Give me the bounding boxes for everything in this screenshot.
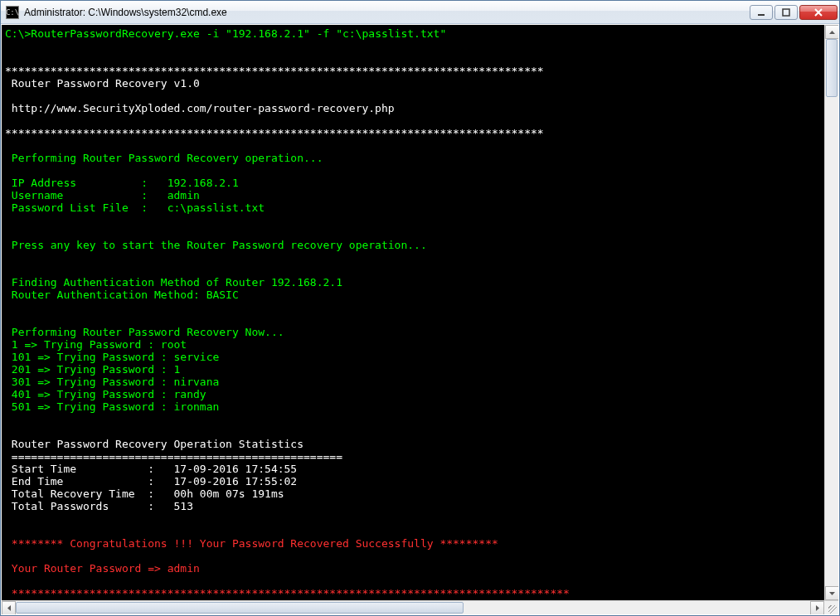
horizontal-scrollbar[interactable] [2, 600, 838, 614]
window-controls [750, 5, 838, 20]
vscroll-thumb[interactable] [826, 39, 838, 97]
cmd-window: C:\ Administrator: C:\Windows\system32\c… [0, 0, 840, 616]
try-line: 301 => Trying Password : nirvana [5, 376, 219, 388]
console-wrap: C:\>RouterPasswordRecovery.exe -i "192.1… [2, 25, 838, 600]
hscroll-thumb[interactable] [16, 602, 464, 614]
stat-line: Total Passwords : 513 [5, 500, 193, 512]
scroll-right-button[interactable] [810, 601, 824, 615]
try-line: 201 => Trying Password : 1 [5, 363, 180, 376]
hscroll-track[interactable] [16, 601, 810, 614]
minimize-button[interactable] [750, 5, 773, 20]
cmd-icon: C:\ [6, 6, 19, 19]
result-line: Your Router Password => admin [5, 562, 200, 575]
stats-title: Router Password Recovery Operation Stati… [5, 438, 303, 450]
auth-method-line: Router Authentication Method: BASIC [5, 289, 239, 301]
command-line: RouterPasswordRecovery.exe -i "192.168.2… [31, 27, 446, 40]
client-area: C:\>RouterPasswordRecovery.exe -i "192.1… [1, 24, 839, 615]
status-line: Performing Router Password Recovery oper… [5, 152, 323, 164]
scroll-left-button[interactable] [2, 601, 16, 615]
resize-grip[interactable] [824, 601, 838, 615]
stats-rule: ========================================… [5, 450, 342, 463]
titlebar[interactable]: C:\ Administrator: C:\Windows\system32\c… [1, 1, 839, 24]
stat-line: Start Time : 17-09-2016 17:54:55 [5, 463, 297, 475]
try-line: 101 => Trying Password : service [5, 351, 219, 363]
separator-line: ****************************************… [5, 65, 544, 77]
pwfile-line: Password List File : c:\passlist.txt [5, 201, 265, 214]
try-line: 501 => Trying Password : ironman [5, 400, 219, 413]
maximize-button[interactable] [774, 5, 798, 20]
svg-rect-1 [783, 9, 789, 16]
try-line: 1 => Trying Password : root [5, 338, 187, 351]
vertical-scrollbar[interactable] [824, 25, 838, 600]
finding-auth-line: Finding Authentication Method of Router … [5, 276, 342, 289]
ip-line: IP Address : 192.168.2.1 [5, 177, 239, 189]
congrats-line: ******** Congratulations !!! Your Passwo… [5, 537, 498, 550]
scroll-up-button[interactable] [825, 25, 838, 39]
svg-rect-0 [758, 14, 765, 16]
console-output[interactable]: C:\>RouterPasswordRecovery.exe -i "192.1… [2, 25, 824, 600]
separator-line: ****************************************… [5, 127, 544, 139]
press-key-line: Press any key to start the Router Passwo… [5, 239, 427, 251]
cmd-icon-label: C:\ [6, 8, 19, 17]
vscroll-track[interactable] [825, 39, 838, 586]
performing-now-line: Performing Router Password Recovery Now.… [5, 326, 284, 338]
stat-line: End Time : 17-09-2016 17:55:02 [5, 475, 297, 487]
prompt: C:\> [5, 27, 31, 40]
banner-url: http://www.SecurityXploded.com/router-pa… [5, 102, 395, 114]
red-separator: ****************************************… [5, 587, 570, 599]
username-line: Username : admin [5, 189, 200, 201]
stat-line: Total Recovery Time : 00h 00m 07s 191ms [5, 487, 284, 500]
scroll-down-button[interactable] [825, 586, 838, 600]
try-line: 401 => Trying Password : randy [5, 388, 206, 400]
window-title: Administrator: C:\Windows\system32\cmd.e… [24, 7, 750, 18]
banner-title: Router Password Recovery v1.0 [5, 77, 200, 90]
close-button[interactable] [799, 5, 838, 20]
